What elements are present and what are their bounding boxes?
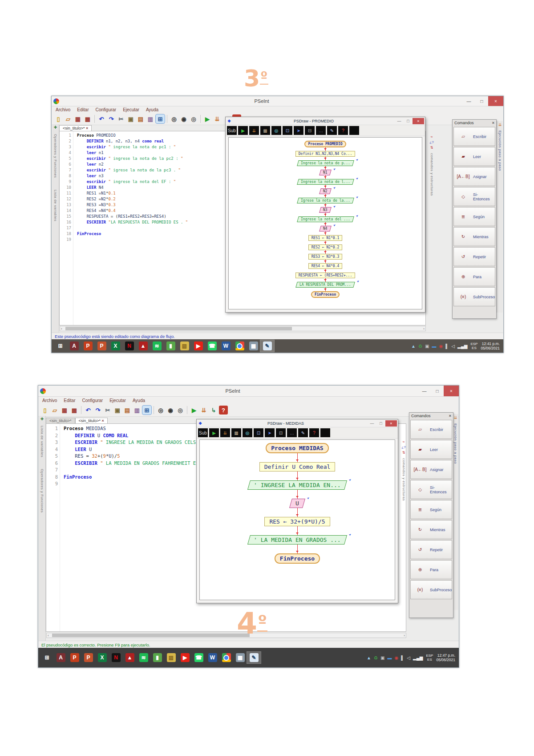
taskbar-green-app-icon[interactable]: ▮	[164, 340, 178, 352]
flow-node-proc[interactable]: RES4 ← N4*0.4	[308, 263, 343, 269]
menu-ayuda[interactable]: Ayuda	[133, 398, 145, 403]
flowchart-canvas[interactable]: Proceso PROMEDIODefinir N1,N2,N3,N4 Co..…	[228, 137, 422, 309]
command-para-button[interactable]: ⊕Para	[410, 560, 452, 579]
psdraw-zoom-button[interactable]: ◎	[271, 126, 281, 135]
taskbar-pseint-icon[interactable]: ✎	[260, 340, 274, 352]
scrollbar-thumb[interactable]	[52, 634, 250, 637]
psdraw-help-button[interactable]: ?	[309, 428, 319, 437]
flow-node-read[interactable]: N2➤	[319, 188, 331, 194]
psdraw-fit-button[interactable]: ⊡	[283, 126, 292, 135]
tray-icon[interactable]: ◉	[439, 344, 443, 349]
flowchart-canvas[interactable]: Proceso MEDIDASDefinir U Como Real' INGR…	[199, 439, 395, 600]
step-icon[interactable]: ⇊	[454, 415, 457, 420]
editor-tab[interactable]: <sin_titulo>* ×	[59, 125, 92, 131]
flow-node-write[interactable]: ' LA MEDIDA EN GRADOS ...➤	[247, 535, 347, 545]
toolbar-find-icon[interactable]: ◎	[156, 406, 165, 415]
taskbar-access-icon[interactable]: A	[54, 652, 68, 663]
tray-icon[interactable]: ♻	[374, 655, 378, 660]
flow-node-write[interactable]: Ingrese la nota de l...➤	[297, 179, 354, 185]
command-subproceso-button[interactable]: (≡)SubProceso	[410, 580, 452, 599]
taskbar-folder-icon[interactable]: ▨	[164, 652, 178, 663]
psdraw-edit-button[interactable]: ✎	[298, 428, 308, 437]
tray-icon[interactable]: ▣	[425, 344, 429, 349]
psdraw-save-button[interactable]: ▦	[231, 428, 241, 437]
tray-icon[interactable]: ▬	[432, 344, 436, 349]
toolbar-cut-icon[interactable]: ✂	[103, 406, 112, 415]
toolbar-copy-icon[interactable]: ▣	[126, 114, 135, 123]
toolbar-redo-icon[interactable]: ↷	[93, 406, 102, 415]
toolbar-redo-icon[interactable]: ↷	[107, 114, 116, 123]
flow-node-read[interactable]: N1➤	[319, 170, 331, 175]
taskbar-spotify-icon[interactable]: ≋	[150, 340, 164, 352]
scroll-right-icon[interactable]: ›	[404, 633, 405, 638]
taskbar-spotify-icon[interactable]: ≋	[137, 652, 150, 663]
psdraw-run-button[interactable]: ▶	[238, 126, 248, 135]
command-leer-button[interactable]: ▰Leer	[410, 440, 452, 459]
command-si-entonces-button[interactable]: ◇Si-Entonces	[410, 480, 452, 499]
tab-close-icon[interactable]: ×	[85, 126, 89, 130]
toolbar-replace-icon[interactable]: ◎	[176, 406, 185, 415]
psdraw-run-button[interactable]: ▶	[209, 428, 219, 437]
tray-icon[interactable]: ◁	[407, 655, 410, 660]
toolbar-find-next-icon[interactable]: ◉	[179, 114, 188, 123]
toolbar-report-icon[interactable]: ▥	[133, 406, 142, 415]
psdraw-maximize-button[interactable]: □	[376, 421, 385, 426]
menu-ayuda[interactable]: Ayuda	[146, 107, 158, 112]
toolbar-run-icon[interactable]: ▶	[190, 406, 198, 415]
toolbar-save-all-icon[interactable]: ▩	[83, 114, 92, 123]
minimize-button[interactable]: —	[462, 96, 475, 106]
menu-configurar[interactable]: Configurar	[95, 107, 116, 112]
taskbar-acrobat-icon[interactable]: ▲	[123, 652, 137, 663]
toolbar-undo-icon[interactable]: ↶	[84, 406, 93, 415]
command-si-entonces-button[interactable]: ◇Si-Entonces	[453, 187, 495, 206]
tray-icon[interactable]: ▌	[401, 655, 404, 660]
psdraw-dots-button[interactable]: …	[287, 428, 297, 437]
maximize-button[interactable]: □	[475, 96, 488, 106]
maximize-button[interactable]: □	[431, 386, 444, 396]
panel-close-icon[interactable]: ×	[492, 121, 494, 125]
toolbar-flowchart-view-icon[interactable]: ⊞	[142, 406, 151, 415]
psdraw-move-button[interactable]: ➤	[265, 428, 275, 437]
toolbar-new-icon[interactable]: ▯	[54, 114, 63, 123]
psdraw-step-button[interactable]: ⇊	[249, 126, 259, 135]
taskbar-whatsapp-icon[interactable]: ☎	[205, 340, 219, 352]
psdraw-move-button[interactable]: ➤	[294, 126, 303, 135]
toolbar-replace-icon[interactable]: ◎	[189, 114, 198, 123]
scroll-left-icon[interactable]: ‹	[61, 326, 62, 331]
menu-ejecutar[interactable]: Ejecutar	[109, 398, 126, 403]
tray-icon[interactable]: ▂▄▆	[457, 344, 467, 349]
taskbar-excel-icon[interactable]: X	[109, 340, 122, 352]
flow-node-proc[interactable]: RES1 ← N1*0.1	[308, 235, 343, 241]
flow-node-proc[interactable]: RES2 ← N2*0.2	[308, 244, 343, 250]
command-seg-n-button[interactable]: ≣Según	[453, 207, 495, 226]
psdraw-minimize-button[interactable]: —	[368, 421, 376, 426]
code-area[interactable]: Proceso MEDIDAS DEFINIR U COMO REAL ESCR…	[60, 424, 215, 631]
dock-icons[interactable]: ≈¿?⇅	[401, 440, 405, 455]
taskbar-chrome-icon[interactable]	[219, 652, 233, 663]
toolbar-paste-icon[interactable]: ▤	[123, 406, 132, 415]
flow-node-end[interactable]: FinProceso	[275, 553, 320, 564]
scroll-left-icon[interactable]: ‹	[48, 633, 49, 638]
psdraw-blank-button[interactable]	[349, 126, 359, 135]
flow-node-write[interactable]: Ingrese la nota de p...➤	[297, 160, 354, 166]
menu-editar[interactable]: Editar	[64, 398, 75, 403]
tab-close-icon[interactable]: ×	[101, 419, 104, 423]
psdraw-dots-button[interactable]: …	[316, 126, 326, 135]
flow-node-read[interactable]: U➤	[289, 499, 305, 508]
taskbar-excel-icon[interactable]: X	[95, 652, 109, 663]
psdraw-subprocess-button[interactable]: Sub	[198, 428, 208, 437]
flow-node-read[interactable]: N4➤	[319, 226, 331, 232]
close-button[interactable]: ×	[488, 96, 503, 106]
tray-icon[interactable]: ▬	[387, 655, 392, 660]
command-leer-button[interactable]: ▰Leer	[453, 147, 495, 166]
toolbar-cut-icon[interactable]: ✂	[117, 114, 125, 123]
pin-icon[interactable]: ✚	[40, 417, 44, 421]
flow-node-start[interactable]: Proceso PROMEDIO	[304, 141, 346, 147]
toolbar-new-icon[interactable]: ▯	[40, 406, 49, 415]
toolbar-help-icon[interactable]: ?	[219, 406, 228, 415]
menu-archivo[interactable]: Archivo	[56, 107, 70, 112]
taskbar-clock[interactable]: 12:41 p.m.05/06/2021	[481, 341, 502, 350]
dock-tab-ejecucion[interactable]: Ejecución paso a paso	[453, 423, 457, 464]
taskbar-whatsapp-icon[interactable]: ☎	[192, 652, 206, 663]
command-repetir-button[interactable]: ↺Repetir	[453, 247, 495, 266]
